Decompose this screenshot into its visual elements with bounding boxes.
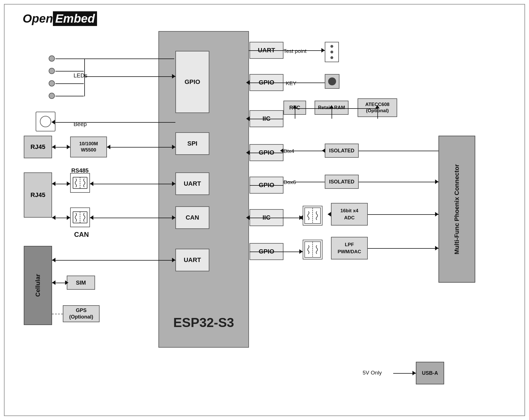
test-dot3 xyxy=(330,56,333,59)
beep-line xyxy=(55,122,175,123)
rj45b-rs485-arr1 xyxy=(67,181,70,186)
gpio-left-block: GPIO xyxy=(175,51,209,113)
esp32-label: ESP32-S3 xyxy=(173,315,234,330)
rj45b-can-arr2 xyxy=(52,215,55,220)
iso2-line xyxy=(283,182,325,182)
key-button[interactable] xyxy=(325,74,339,89)
iso1-line xyxy=(283,151,325,151)
rs485-uart-arr1 xyxy=(172,181,175,186)
led4-line xyxy=(55,96,84,96)
iso1-multi-line xyxy=(359,151,438,151)
gpio4-arr xyxy=(299,249,303,254)
adc-multi-arr xyxy=(435,212,438,217)
key-label: KEY xyxy=(286,80,296,86)
iic-h-connect xyxy=(295,108,377,109)
can-block: CAN xyxy=(175,206,209,229)
led-h-to-gpio xyxy=(84,76,175,77)
gps-box: GPS (Optional) xyxy=(63,305,100,322)
logo-embed: Embed xyxy=(53,11,97,26)
rs485-uart-arr2 xyxy=(90,181,93,186)
5v-only-label: 5V Only xyxy=(363,370,382,376)
iic-v-line xyxy=(295,108,295,119)
gpio2-arr xyxy=(246,150,250,155)
led3 xyxy=(49,80,55,86)
rj45-w5500-arr1 xyxy=(67,145,70,149)
test-point-label: Test point xyxy=(283,48,306,54)
can-canblock-line xyxy=(90,218,175,218)
logo: Open Embed xyxy=(23,11,97,26)
w5500-spi-arr2 xyxy=(107,145,110,149)
gpio-key-arr1 xyxy=(246,80,250,85)
rj45-w5500-arr2 xyxy=(52,145,55,149)
iso2-multi-arr xyxy=(435,179,438,184)
led2 xyxy=(49,68,55,74)
sim-box: SIM xyxy=(67,276,95,290)
w5500-spi-arr1 xyxy=(172,145,175,149)
led2-line xyxy=(55,71,84,72)
led-arrow-gpio xyxy=(172,74,175,79)
can-bottom-label: CAN xyxy=(74,231,89,239)
beep-arrow xyxy=(51,120,55,124)
test-point-box xyxy=(325,42,339,62)
lpf-box: LPF PWM/DAC xyxy=(331,237,368,259)
iic-left-line xyxy=(250,119,283,119)
led-v-line xyxy=(84,59,85,96)
led4 xyxy=(49,93,55,99)
spi-block: SPI xyxy=(175,132,209,155)
gpio-key-line2 xyxy=(250,83,283,83)
isolated1-box: ISOLATED xyxy=(325,144,359,158)
rj45b-can-arr1 xyxy=(67,215,70,220)
rs485-uart-line xyxy=(90,184,175,184)
w5500-box: 10/100M W5500 xyxy=(70,137,107,157)
cellular-uart-arr2 xyxy=(52,258,55,262)
cellular-uart-arr1 xyxy=(172,258,175,262)
iic-arr-left xyxy=(246,116,250,121)
led3-line xyxy=(55,83,84,84)
gpio2-iso1-line xyxy=(250,153,283,153)
buzzer-inner xyxy=(40,116,51,127)
adc-trans-arr2 xyxy=(299,215,303,220)
dix4-label: Dix4 xyxy=(283,148,294,154)
lpf-multi-arr xyxy=(435,246,438,250)
5v-arr xyxy=(412,371,416,375)
lpf-multi-line xyxy=(368,248,438,249)
led1 xyxy=(49,55,55,62)
multi-func-connector: Multi-Func Phoenix Connector xyxy=(438,136,475,283)
adc-transformer xyxy=(303,206,322,226)
usb-a-box: USB-A xyxy=(416,362,444,384)
leds-label: LEDs xyxy=(74,72,87,79)
uart-left1-block: UART xyxy=(175,172,209,195)
sim-arr2 xyxy=(52,280,55,285)
key-inner xyxy=(328,77,336,85)
test-dot1 xyxy=(330,45,333,48)
iic-v-line2 xyxy=(332,108,332,119)
cellular-uart-line xyxy=(52,260,175,261)
cellular-box: Cellular xyxy=(24,246,52,325)
adc-box: 16bit x4 ADC xyxy=(331,203,368,226)
uart-right-line xyxy=(249,50,283,51)
can-canblock-arr2 xyxy=(90,215,93,220)
test-dot2 xyxy=(330,51,333,53)
iic2-adc-line xyxy=(250,218,303,218)
rs485-transformer xyxy=(70,173,90,193)
led1-line xyxy=(55,59,174,59)
lpf-transformer xyxy=(303,240,322,259)
diagram: Open Embed ESP32-S3 GPIO SPI UART CAN UA… xyxy=(0,0,529,420)
adc-arr2 xyxy=(328,212,331,217)
iso1-arr xyxy=(280,148,283,153)
iso1-multi-arr xyxy=(322,148,325,153)
dox6-label: Dox6 xyxy=(283,179,296,185)
isolated2-box: ISOLATED xyxy=(325,175,359,189)
multi-func-label: Multi-Func Phoenix Connector xyxy=(453,164,461,254)
uart-testpoint-line xyxy=(283,50,325,51)
rj45-bottom: RJ45 xyxy=(24,172,52,218)
iic2-arr xyxy=(246,215,250,220)
gps-dashed xyxy=(52,314,63,314)
uart-testpoint-arr xyxy=(321,48,325,53)
rj45b-rs485-arr2 xyxy=(52,181,55,186)
gpio4-lpf-line xyxy=(250,252,303,252)
can-transformer xyxy=(70,207,90,227)
sim-arr1 xyxy=(65,280,68,285)
rj45-top: RJ45 xyxy=(24,136,52,158)
adc-multi-line xyxy=(368,214,438,215)
